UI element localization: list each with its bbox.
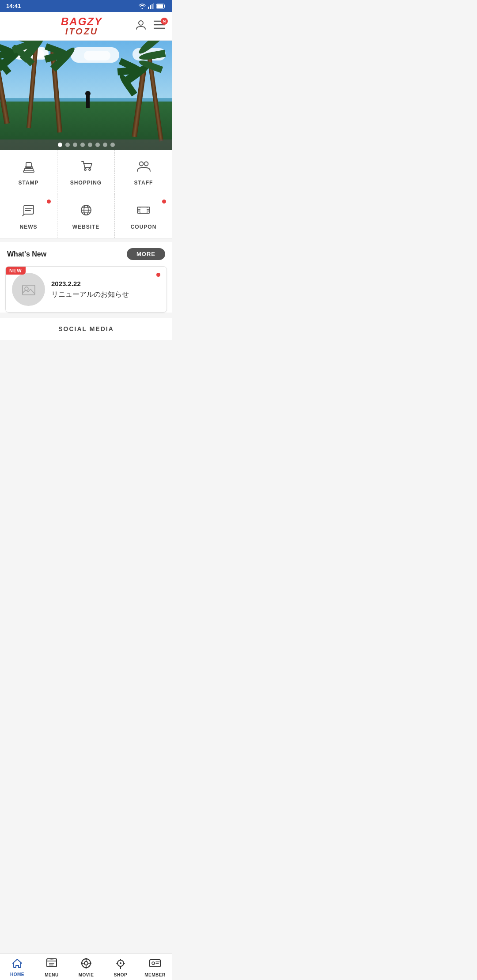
menu-button[interactable]: N [154,20,165,32]
grid-item-news[interactable]: NEWS [0,194,57,238]
staff-icon [136,158,151,177]
status-bar: 14:41 [0,0,172,12]
svg-point-16 [140,162,144,166]
svg-point-14 [84,169,86,170]
website-icon [78,202,94,221]
carousel-dot-4[interactable] [80,143,85,147]
svg-rect-23 [137,207,150,213]
carousel-dot-5[interactable] [88,143,92,147]
stamp-label: STAMP [18,180,38,186]
carousel-dot-6[interactable] [95,143,100,147]
whats-new-title: What's New [7,250,46,258]
carousel-dot-8[interactable] [110,143,115,147]
logo-itozu: ITOZU [65,27,98,36]
notification-badge: N [161,18,168,25]
carousel-dot-7[interactable] [103,143,107,147]
news-title: リニューアルのお知らせ [51,290,160,299]
carousel-dot-1[interactable] [58,143,62,147]
hero-carousel[interactable] [0,41,172,150]
stamp-icon [21,158,37,177]
hero-image [0,41,172,150]
more-button[interactable]: MORE [127,248,165,260]
social-media-section: SOCIAL MEDIA [0,318,172,340]
battery-icon [156,4,166,9]
news-icon [21,202,37,221]
svg-rect-13 [23,171,34,172]
logo-bagzy: BAGZY [61,16,102,27]
carousel-dots [0,139,172,150]
svg-rect-30 [23,285,35,295]
coupon-label: COUPON [131,224,157,230]
wifi-icon [139,3,146,9]
signal-icon [148,3,154,9]
coupon-icon [136,202,151,221]
news-label: NEWS [20,224,38,230]
news-content: 2023.2.22 リニューアルのお知らせ [51,280,160,299]
person-icon [135,19,147,30]
shopping-label: SHOPPING [70,180,102,186]
svg-rect-1 [150,5,151,9]
news-unread-dot [156,273,160,277]
app-logo: BAGZY ITOZU [61,16,102,36]
svg-rect-5 [157,4,163,8]
staff-label: STAFF [134,180,153,186]
new-badge: NEW [6,267,26,275]
svg-point-6 [139,21,143,25]
svg-point-15 [89,169,91,170]
app-header: BAGZY ITOZU N [0,12,172,41]
svg-point-17 [144,162,148,166]
grid-item-coupon[interactable]: COUPON [115,194,172,238]
grid-item-shopping[interactable]: SHOPPING [57,150,115,194]
website-label: WEBSITE [72,224,100,230]
whats-new-section: What's New MORE NEW 2023.2.22 リニューアルのお知ら… [0,242,172,313]
svg-rect-3 [153,3,154,9]
grid-item-website[interactable]: WEBSITE [57,194,115,238]
status-icons [139,3,166,9]
carousel-dot-2[interactable] [65,143,70,147]
news-card[interactable]: NEW 2023.2.22 リニューアルのお知らせ [5,266,167,313]
shopping-icon [78,158,94,177]
grid-item-staff[interactable]: STAFF [115,150,172,194]
profile-button[interactable] [135,19,147,33]
status-time: 14:41 [6,3,21,9]
header-icons: N [135,19,165,33]
whats-new-header: What's New MORE [0,242,172,266]
coupon-notification-dot [162,200,166,204]
news-notification-dot [47,200,51,204]
social-media-label: SOCIAL MEDIA [58,325,114,332]
svg-rect-2 [151,4,153,9]
news-date: 2023.2.22 [51,280,160,287]
carousel-dot-3[interactable] [73,143,77,147]
svg-rect-0 [148,7,149,9]
grid-item-stamp[interactable]: STAMP [0,150,57,194]
grid-menu: STAMP SHOPPING [0,150,172,238]
news-thumbnail [12,273,45,306]
